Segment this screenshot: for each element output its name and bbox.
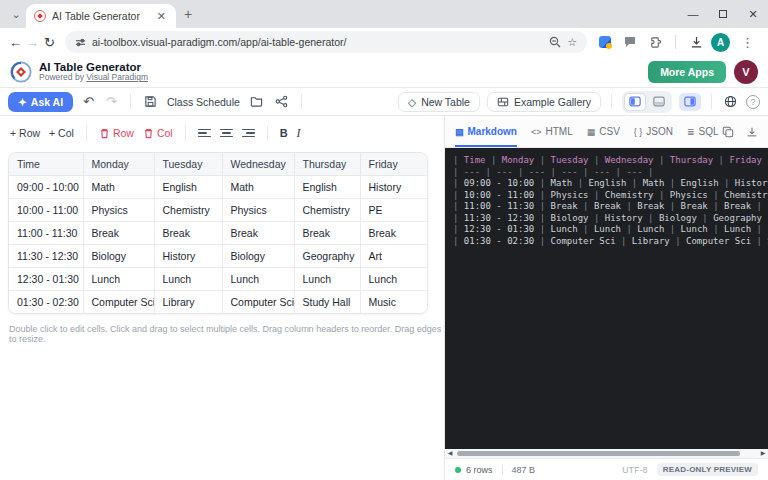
chrome-profile-avatar[interactable]: A: [711, 33, 730, 52]
reload-icon[interactable]: ↻: [42, 31, 57, 53]
table-cell[interactable]: 11:00 - 11:30: [9, 222, 83, 245]
align-center-icon[interactable]: [220, 129, 233, 138]
redo-icon[interactable]: ↷: [104, 94, 119, 109]
table-cell[interactable]: History: [360, 176, 428, 199]
align-right-icon[interactable]: [242, 129, 255, 138]
scroll-left-icon[interactable]: ◀: [445, 449, 455, 458]
table-cell[interactable]: PE: [360, 199, 428, 222]
italic-button[interactable]: I: [297, 126, 301, 141]
copy-icon[interactable]: [722, 126, 734, 138]
site-settings-icon[interactable]: [75, 37, 86, 48]
tab-close-icon[interactable]: ✕: [155, 10, 168, 23]
column-header[interactable]: Tuesday: [154, 153, 222, 176]
scroll-right-icon[interactable]: ▶: [758, 449, 768, 458]
table-cell[interactable]: 10:00 - 11:00: [9, 199, 83, 222]
table-cell[interactable]: Music: [360, 291, 428, 314]
tab-html[interactable]: <>HTML: [531, 116, 573, 147]
visual-paradigm-link[interactable]: Visual Paradigm: [86, 72, 148, 82]
share-icon[interactable]: [273, 95, 290, 108]
column-header[interactable]: Wednesday: [222, 153, 294, 176]
table-cell[interactable]: Library: [154, 291, 222, 314]
new-table-button[interactable]: ◇ New Table: [398, 92, 480, 112]
more-apps-button[interactable]: More Apps: [648, 61, 726, 83]
add-col-button[interactable]: + Col: [49, 127, 74, 139]
user-avatar[interactable]: V: [734, 60, 758, 84]
add-row-button[interactable]: + Row: [10, 127, 40, 139]
scrollbar-track[interactable]: [455, 449, 758, 458]
table-cell[interactable]: 09:00 - 10:00: [9, 176, 83, 199]
table-cell[interactable]: Break: [83, 222, 154, 245]
table-cell[interactable]: Study Hall: [294, 291, 360, 314]
column-header[interactable]: Friday: [360, 153, 428, 176]
table-cell[interactable]: Computer Sci: [222, 291, 294, 314]
language-globe-icon[interactable]: [722, 95, 739, 108]
help-icon[interactable]: ?: [746, 95, 760, 109]
undo-icon[interactable]: ↶: [81, 94, 96, 109]
ask-ai-button[interactable]: ✦ Ask AI: [8, 92, 73, 112]
address-bar[interactable]: ai-toolbox.visual-paradigm.com/app/ai-ta…: [65, 31, 587, 53]
table-cell[interactable]: Lunch: [83, 268, 154, 291]
table-cell[interactable]: 12:30 - 01:30: [9, 268, 83, 291]
tab-csv[interactable]: ▦CSV: [587, 116, 620, 147]
table-cell[interactable]: Chemistry: [154, 199, 222, 222]
table-cell[interactable]: Art: [360, 245, 428, 268]
delete-col-button[interactable]: Col: [143, 127, 173, 139]
window-close-icon[interactable]: ✕: [738, 3, 768, 25]
table-cell[interactable]: Physics: [222, 199, 294, 222]
tab-markdown[interactable]: ▤Markdown: [455, 116, 517, 147]
tab-sql[interactable]: ≣SQL: [687, 116, 719, 147]
browser-tab[interactable]: AI Table Generator ✕: [26, 4, 176, 28]
table-cell[interactable]: Biology: [222, 245, 294, 268]
drive-extension-icon[interactable]: [595, 32, 615, 52]
table-cell[interactable]: Geography: [294, 245, 360, 268]
scrollbar-thumb[interactable]: [457, 451, 740, 456]
table-cell[interactable]: History: [154, 245, 222, 268]
table-cell[interactable]: Lunch: [154, 268, 222, 291]
table-cell[interactable]: English: [294, 176, 360, 199]
document-name[interactable]: Class Schedule: [167, 96, 240, 108]
table-cell[interactable]: Biology: [83, 245, 154, 268]
bookmark-star-icon[interactable]: ☆: [567, 36, 577, 49]
tab-search-chevron-icon[interactable]: ⌄: [6, 4, 26, 24]
table-cell[interactable]: Lunch: [360, 268, 428, 291]
table-cell[interactable]: English: [154, 176, 222, 199]
table-cell[interactable]: Break: [154, 222, 222, 245]
table-cell[interactable]: Lunch: [294, 268, 360, 291]
panel-right-icon[interactable]: [679, 93, 701, 111]
tab-json[interactable]: { }JSON: [634, 116, 673, 147]
column-header[interactable]: Thursday: [294, 153, 360, 176]
split-vertical-icon[interactable]: [624, 93, 646, 111]
table-cell[interactable]: Math: [83, 176, 154, 199]
table-cell[interactable]: Lunch: [222, 268, 294, 291]
open-folder-icon[interactable]: [248, 95, 265, 108]
window-maximize-icon[interactable]: [708, 3, 738, 25]
chrome-menu-icon[interactable]: ⋮: [735, 35, 760, 50]
bold-button[interactable]: B: [280, 127, 288, 139]
table-cell[interactable]: 01:30 - 02:30: [9, 291, 83, 314]
column-header[interactable]: Time: [9, 153, 83, 176]
back-icon[interactable]: ←: [8, 31, 23, 53]
code-preview[interactable]: | Time | Monday | Tuesday | Wednesday | …: [445, 148, 768, 449]
table-cell[interactable]: Break: [294, 222, 360, 245]
split-horizontal-icon[interactable]: [648, 93, 670, 111]
align-left-icon[interactable]: [198, 129, 211, 138]
column-header[interactable]: Monday: [83, 153, 154, 176]
downloads-icon[interactable]: [686, 32, 706, 52]
table-cell[interactable]: Chemistry: [294, 199, 360, 222]
forward-icon[interactable]: →: [25, 31, 40, 53]
comment-extension-icon[interactable]: [620, 32, 640, 52]
table-cell[interactable]: Physics: [83, 199, 154, 222]
table-cell[interactable]: 11:30 - 12:30: [9, 245, 83, 268]
table-cell[interactable]: Computer Sci: [83, 291, 154, 314]
table-cell[interactable]: Break: [222, 222, 294, 245]
table-cell[interactable]: Math: [222, 176, 294, 199]
download-icon[interactable]: [746, 126, 758, 138]
save-icon[interactable]: [142, 95, 159, 108]
window-minimize-icon[interactable]: —: [678, 3, 708, 25]
table-cell[interactable]: Break: [360, 222, 428, 245]
zoom-out-icon[interactable]: [549, 36, 561, 48]
new-tab-button[interactable]: +: [184, 6, 192, 22]
example-gallery-button[interactable]: Example Gallery: [487, 92, 601, 112]
extensions-puzzle-icon[interactable]: [645, 32, 665, 52]
delete-row-button[interactable]: Row: [99, 127, 134, 139]
